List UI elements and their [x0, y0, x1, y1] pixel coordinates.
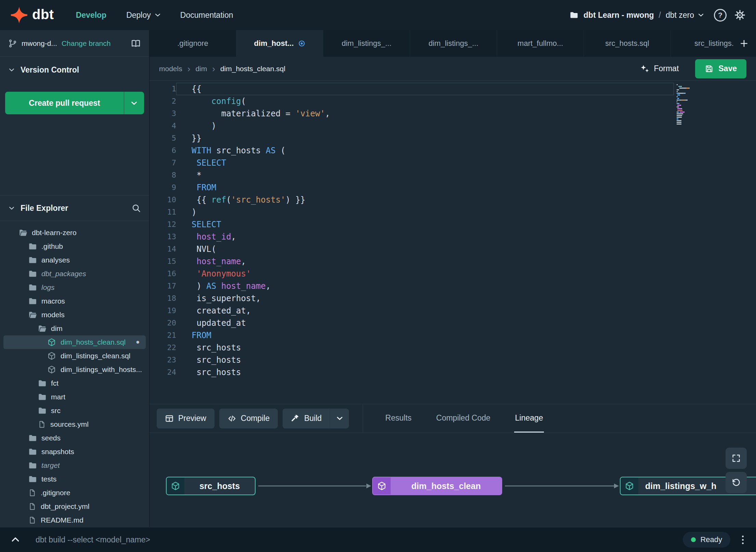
file-tree-item[interactable]: models — [3, 308, 146, 322]
code-line[interactable]: 2 config( — [149, 95, 756, 107]
file-tree-item[interactable]: logs — [3, 281, 146, 294]
editor-tab[interactable]: dim_listings_... — [323, 30, 410, 57]
tab-compiled-code[interactable]: Compiled Code — [435, 404, 492, 433]
tab-lineage[interactable]: Lineage — [514, 404, 544, 433]
file-tree-item[interactable]: dim — [3, 322, 146, 335]
line-number: 2 — [149, 95, 176, 107]
editor-tab[interactable]: src_hosts.sql — [584, 30, 671, 57]
gear-icon[interactable] — [734, 9, 746, 21]
file-tree-item[interactable]: .gitignore — [3, 486, 146, 500]
dbt-logo-icon — [10, 6, 28, 24]
file-tree-item[interactable]: seeds — [3, 431, 146, 445]
save-button[interactable]: Save — [695, 59, 746, 78]
kebab-menu-icon[interactable] — [740, 534, 746, 546]
create-pull-request-button[interactable]: Create pull request — [5, 92, 144, 114]
code-line[interactable]: 21FROM — [149, 329, 756, 342]
code-line[interactable]: 23 src_hosts — [149, 354, 756, 366]
create-pull-request-label[interactable]: Create pull request — [5, 92, 124, 114]
help-icon[interactable]: ? — [714, 9, 727, 22]
editor-tab[interactable]: .gitignore — [149, 30, 236, 57]
editor-tab[interactable]: dim_listings_... — [410, 30, 497, 57]
nav-deploy[interactable]: Deploy — [126, 11, 160, 20]
code-line[interactable]: 19 created_at, — [149, 305, 756, 317]
top-navbar: dbt Develop Deploy Documentation dbt Lea… — [0, 0, 756, 30]
minimap[interactable] — [677, 84, 698, 125]
lineage-node-dim-hosts-clean[interactable]: dim_hosts_clean — [372, 477, 502, 495]
file-tree-item[interactable]: dim_listings_with_hosts... — [3, 363, 146, 376]
file-tree-item[interactable]: analyses — [3, 253, 146, 267]
file-tree-item[interactable]: fct — [3, 376, 146, 390]
code-editor[interactable]: 1{{2 config(3 materialized = 'view',4 )5… — [149, 81, 756, 404]
nav-documentation[interactable]: Documentation — [180, 11, 233, 20]
reset-view-button[interactable] — [726, 472, 747, 493]
command-input[interactable]: dbt build --select <model_name> — [36, 535, 150, 544]
file-tree-item[interactable]: dim_listings_clean.sql — [3, 349, 146, 363]
file-tree-item[interactable]: mart — [3, 390, 146, 404]
file-tree-item[interactable]: dbt-learn-zero — [3, 226, 146, 240]
environment-selector[interactable]: dbt zero — [666, 11, 704, 20]
file-tree-label: macros — [41, 297, 65, 305]
folder-icon — [28, 256, 37, 265]
dbt-logo[interactable]: dbt — [10, 6, 54, 24]
code-line[interactable]: 4 ) — [149, 120, 756, 132]
editor-tab[interactable]: mart_fullmo... — [497, 30, 584, 57]
code-text: updated_at — [176, 317, 674, 329]
code-line[interactable]: 7 SELECT — [149, 157, 756, 169]
code-line[interactable]: 18 is_superhost, — [149, 292, 756, 305]
chevron-up-icon[interactable] — [10, 535, 21, 545]
code-line[interactable]: 1{{ — [149, 83, 756, 95]
file-tree-item[interactable]: dbt_project.yml — [3, 500, 146, 513]
code-line[interactable]: 13 host_id, — [149, 231, 756, 243]
pull-request-dropdown[interactable] — [124, 92, 144, 114]
format-button[interactable]: Format — [640, 64, 679, 74]
lineage-panel[interactable]: src_hosts dim_hosts_clean dim_listings_w… — [149, 433, 756, 527]
search-icon[interactable] — [131, 203, 141, 213]
code-line[interactable]: 11) — [149, 206, 756, 218]
editor-tab[interactable]: dim_host... — [236, 30, 323, 57]
code-line[interactable]: 14 NVL( — [149, 243, 756, 255]
code-line[interactable]: 9 FROM — [149, 181, 756, 194]
breadcrumb-models[interactable]: models — [159, 65, 182, 73]
code-line[interactable]: 15 host_name, — [149, 255, 756, 268]
file-tree-item[interactable]: snapshots — [3, 445, 146, 459]
change-branch-link[interactable]: Change branch — [62, 39, 111, 48]
new-tab-button[interactable] — [736, 36, 752, 51]
code-line[interactable]: 20 updated_at — [149, 317, 756, 329]
code-line[interactable]: 22 src_hosts — [149, 342, 756, 354]
code-line[interactable]: 5}} — [149, 132, 756, 144]
file-tree-item[interactable]: sources.yml — [3, 418, 146, 431]
chevron-down-icon — [8, 205, 15, 211]
code-line[interactable]: 8 * — [149, 169, 756, 181]
nav-develop[interactable]: Develop — [76, 11, 106, 20]
file-tree-item[interactable]: macros — [3, 294, 146, 308]
file-tree-label: analyses — [41, 256, 70, 264]
code-line[interactable]: 24 src_hosts — [149, 366, 756, 378]
version-control-header[interactable]: Version Control — [0, 57, 149, 83]
file-tree-item[interactable]: dim_hosts_clean.sql• — [3, 335, 146, 349]
code-line[interactable]: 6WITH src_hosts AS ( — [149, 144, 756, 157]
code-line[interactable]: 17 ) AS host_name, — [149, 280, 756, 292]
file-tree-item[interactable]: README.md — [3, 513, 146, 527]
docs-book-icon[interactable] — [131, 38, 141, 49]
file-tree-item[interactable]: dbt_packages — [3, 267, 146, 281]
branch-name[interactable]: mwong-d... — [22, 39, 57, 48]
code-line[interactable]: 16 'Anonymous' — [149, 268, 756, 280]
build-dropdown[interactable] — [330, 409, 349, 428]
code-line[interactable]: 12SELECT — [149, 218, 756, 231]
file-tree-item[interactable]: target — [3, 459, 146, 472]
file-tree-item[interactable]: .github — [3, 240, 146, 253]
fullscreen-button[interactable] — [726, 448, 747, 469]
code-line[interactable]: 10 {{ ref('src_hosts') }} — [149, 194, 756, 206]
file-tree-item[interactable]: tests — [3, 472, 146, 486]
project-name[interactable]: dbt Learn - mwong — [584, 11, 654, 20]
preview-button[interactable]: Preview — [157, 409, 214, 428]
tab-results[interactable]: Results — [384, 404, 413, 433]
file-explorer-header[interactable]: File Explorer — [0, 195, 149, 221]
line-number: 4 — [149, 120, 176, 132]
build-button[interactable]: Build — [283, 409, 330, 428]
lineage-node-src-hosts[interactable]: src_hosts — [166, 477, 256, 495]
breadcrumb-dim[interactable]: dim — [195, 65, 207, 73]
code-line[interactable]: 3 materialized = 'view', — [149, 107, 756, 120]
compile-button[interactable]: Compile — [219, 409, 278, 428]
file-tree-item[interactable]: src — [3, 404, 146, 418]
